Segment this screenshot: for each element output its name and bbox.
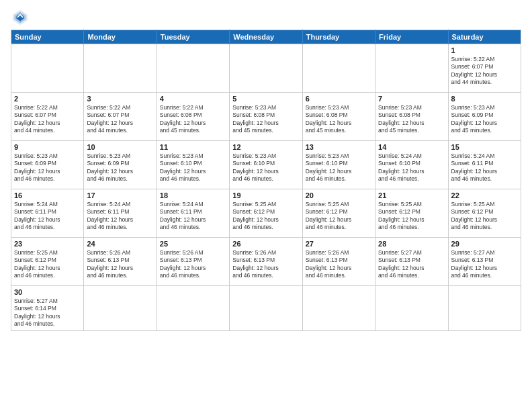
day-number: 18 bbox=[160, 191, 226, 199]
day-info: Sunrise: 5:26 AM Sunset: 6:13 PM Dayligh… bbox=[306, 249, 372, 280]
day-number: 15 bbox=[451, 143, 518, 151]
calendar: SundayMondayTuesdayWednesdayThursdayFrid… bbox=[11, 30, 521, 331]
day-number: 13 bbox=[306, 143, 372, 151]
day-number: 11 bbox=[160, 143, 226, 151]
day-number: 9 bbox=[14, 143, 81, 151]
calendar-week-row: 30Sunrise: 5:27 AM Sunset: 6:14 PM Dayli… bbox=[11, 286, 521, 331]
calendar-cell: 29Sunrise: 5:27 AM Sunset: 6:13 PM Dayli… bbox=[448, 238, 521, 286]
calendar-cell bbox=[157, 286, 229, 331]
calendar-week-row: 1Sunrise: 5:22 AM Sunset: 6:07 PM Daylig… bbox=[11, 44, 521, 93]
day-number: 4 bbox=[160, 95, 226, 103]
day-info: Sunrise: 5:22 AM Sunset: 6:08 PM Dayligh… bbox=[160, 104, 226, 135]
calendar-cell bbox=[302, 286, 375, 331]
calendar-cell: 30Sunrise: 5:27 AM Sunset: 6:14 PM Dayli… bbox=[11, 286, 84, 331]
calendar-cell bbox=[230, 286, 302, 331]
day-number: 29 bbox=[451, 240, 518, 248]
calendar-cell: 17Sunrise: 5:24 AM Sunset: 6:11 PM Dayli… bbox=[84, 189, 157, 238]
day-number: 27 bbox=[306, 240, 372, 248]
day-info: Sunrise: 5:26 AM Sunset: 6:13 PM Dayligh… bbox=[160, 249, 226, 280]
day-number: 20 bbox=[306, 191, 372, 199]
day-number: 7 bbox=[378, 95, 445, 103]
day-info: Sunrise: 5:24 AM Sunset: 6:10 PM Dayligh… bbox=[378, 152, 445, 183]
calendar-cell bbox=[11, 44, 84, 93]
day-info: Sunrise: 5:24 AM Sunset: 6:11 PM Dayligh… bbox=[160, 201, 226, 232]
calendar-cell: 24Sunrise: 5:26 AM Sunset: 6:13 PM Dayli… bbox=[84, 238, 157, 286]
day-info: Sunrise: 5:24 AM Sunset: 6:11 PM Dayligh… bbox=[87, 201, 153, 232]
day-number: 6 bbox=[306, 95, 372, 103]
day-info: Sunrise: 5:23 AM Sunset: 6:08 PM Dayligh… bbox=[378, 104, 445, 135]
day-number: 19 bbox=[232, 191, 299, 199]
logo-icon bbox=[11, 8, 30, 27]
day-number: 12 bbox=[232, 143, 299, 151]
day-info: Sunrise: 5:27 AM Sunset: 6:14 PM Dayligh… bbox=[14, 298, 81, 328]
calendar-day-header: Tuesday bbox=[157, 30, 229, 44]
calendar-day-header: Monday bbox=[84, 30, 157, 44]
calendar-cell bbox=[448, 286, 521, 331]
calendar-cell: 13Sunrise: 5:23 AM Sunset: 6:10 PM Dayli… bbox=[302, 141, 375, 189]
day-number: 21 bbox=[378, 191, 445, 199]
day-number: 28 bbox=[378, 240, 445, 248]
day-number: 17 bbox=[87, 191, 153, 199]
day-number: 5 bbox=[232, 95, 299, 103]
calendar-cell: 16Sunrise: 5:24 AM Sunset: 6:11 PM Dayli… bbox=[11, 189, 84, 238]
calendar-cell: 3Sunrise: 5:22 AM Sunset: 6:07 PM Daylig… bbox=[84, 93, 157, 141]
day-number: 26 bbox=[232, 240, 299, 248]
calendar-cell: 26Sunrise: 5:26 AM Sunset: 6:13 PM Dayli… bbox=[230, 238, 302, 286]
calendar-day-header: Friday bbox=[375, 30, 448, 44]
day-info: Sunrise: 5:25 AM Sunset: 6:12 PM Dayligh… bbox=[378, 201, 445, 232]
day-info: Sunrise: 5:23 AM Sunset: 6:08 PM Dayligh… bbox=[306, 104, 372, 135]
calendar-cell bbox=[230, 44, 302, 93]
day-info: Sunrise: 5:25 AM Sunset: 6:12 PM Dayligh… bbox=[306, 201, 372, 232]
calendar-cell: 23Sunrise: 5:25 AM Sunset: 6:12 PM Dayli… bbox=[11, 238, 84, 286]
calendar-cell bbox=[157, 44, 229, 93]
day-info: Sunrise: 5:23 AM Sunset: 6:10 PM Dayligh… bbox=[160, 152, 226, 183]
calendar-cell: 11Sunrise: 5:23 AM Sunset: 6:10 PM Dayli… bbox=[157, 141, 229, 189]
calendar-day-header: Sunday bbox=[11, 30, 84, 44]
day-info: Sunrise: 5:23 AM Sunset: 6:09 PM Dayligh… bbox=[451, 104, 518, 135]
calendar-cell bbox=[84, 44, 157, 93]
day-info: Sunrise: 5:22 AM Sunset: 6:07 PM Dayligh… bbox=[451, 56, 518, 87]
calendar-cell: 19Sunrise: 5:25 AM Sunset: 6:12 PM Dayli… bbox=[230, 189, 302, 238]
day-info: Sunrise: 5:27 AM Sunset: 6:13 PM Dayligh… bbox=[378, 249, 445, 280]
day-number: 30 bbox=[14, 288, 81, 296]
header bbox=[11, 8, 521, 27]
day-info: Sunrise: 5:23 AM Sunset: 6:08 PM Dayligh… bbox=[232, 104, 299, 135]
day-number: 16 bbox=[14, 191, 81, 199]
calendar-cell: 1Sunrise: 5:22 AM Sunset: 6:07 PM Daylig… bbox=[448, 44, 521, 93]
calendar-cell: 21Sunrise: 5:25 AM Sunset: 6:12 PM Dayli… bbox=[375, 189, 448, 238]
day-info: Sunrise: 5:23 AM Sunset: 6:09 PM Dayligh… bbox=[87, 152, 153, 183]
calendar-cell: 14Sunrise: 5:24 AM Sunset: 6:10 PM Dayli… bbox=[375, 141, 448, 189]
day-number: 3 bbox=[87, 95, 153, 103]
calendar-week-row: 2Sunrise: 5:22 AM Sunset: 6:07 PM Daylig… bbox=[11, 93, 521, 141]
calendar-cell bbox=[375, 44, 448, 93]
day-number: 14 bbox=[378, 143, 445, 151]
day-info: Sunrise: 5:24 AM Sunset: 6:11 PM Dayligh… bbox=[14, 201, 81, 232]
calendar-cell: 18Sunrise: 5:24 AM Sunset: 6:11 PM Dayli… bbox=[157, 189, 229, 238]
calendar-cell: 22Sunrise: 5:25 AM Sunset: 6:12 PM Dayli… bbox=[448, 189, 521, 238]
day-number: 2 bbox=[14, 95, 81, 103]
calendar-week-row: 23Sunrise: 5:25 AM Sunset: 6:12 PM Dayli… bbox=[11, 238, 521, 286]
day-number: 8 bbox=[451, 95, 518, 103]
calendar-cell: 27Sunrise: 5:26 AM Sunset: 6:13 PM Dayli… bbox=[302, 238, 375, 286]
calendar-cell: 15Sunrise: 5:24 AM Sunset: 6:11 PM Dayli… bbox=[448, 141, 521, 189]
day-info: Sunrise: 5:22 AM Sunset: 6:07 PM Dayligh… bbox=[14, 104, 81, 135]
day-number: 1 bbox=[451, 46, 518, 54]
day-info: Sunrise: 5:22 AM Sunset: 6:07 PM Dayligh… bbox=[87, 104, 153, 135]
calendar-cell: 8Sunrise: 5:23 AM Sunset: 6:09 PM Daylig… bbox=[448, 93, 521, 141]
day-info: Sunrise: 5:26 AM Sunset: 6:13 PM Dayligh… bbox=[232, 249, 299, 280]
calendar-header-row: SundayMondayTuesdayWednesdayThursdayFrid… bbox=[11, 30, 521, 44]
calendar-cell bbox=[302, 44, 375, 93]
day-info: Sunrise: 5:23 AM Sunset: 6:10 PM Dayligh… bbox=[232, 152, 299, 183]
day-number: 22 bbox=[451, 191, 518, 199]
day-info: Sunrise: 5:27 AM Sunset: 6:13 PM Dayligh… bbox=[451, 249, 518, 280]
calendar-day-header: Thursday bbox=[302, 30, 375, 44]
calendar-cell: 6Sunrise: 5:23 AM Sunset: 6:08 PM Daylig… bbox=[302, 93, 375, 141]
day-number: 24 bbox=[87, 240, 153, 248]
calendar-cell: 7Sunrise: 5:23 AM Sunset: 6:08 PM Daylig… bbox=[375, 93, 448, 141]
calendar-day-header: Saturday bbox=[448, 30, 521, 44]
day-info: Sunrise: 5:26 AM Sunset: 6:13 PM Dayligh… bbox=[87, 249, 153, 280]
day-info: Sunrise: 5:25 AM Sunset: 6:12 PM Dayligh… bbox=[232, 201, 299, 232]
day-info: Sunrise: 5:25 AM Sunset: 6:12 PM Dayligh… bbox=[14, 249, 81, 280]
calendar-cell: 12Sunrise: 5:23 AM Sunset: 6:10 PM Dayli… bbox=[230, 141, 302, 189]
calendar-week-row: 9Sunrise: 5:23 AM Sunset: 6:09 PM Daylig… bbox=[11, 141, 521, 189]
